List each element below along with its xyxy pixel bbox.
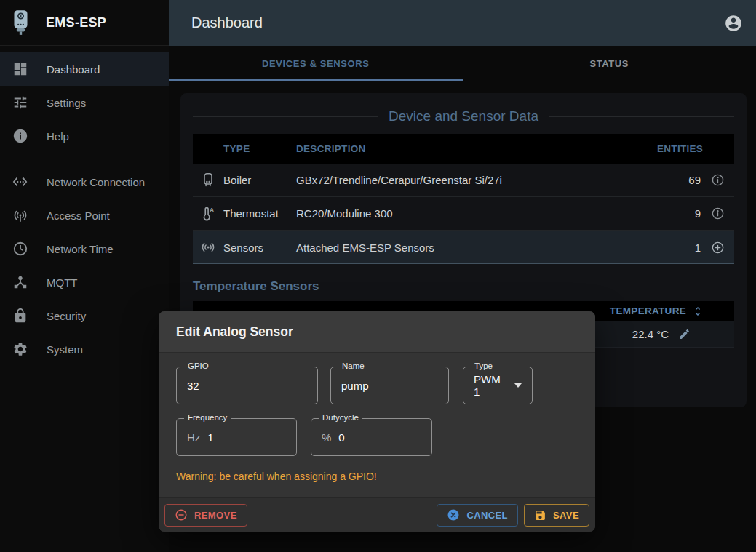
temperature-sensors-title: Temperature Sensors <box>193 279 734 294</box>
sidebar-item-dashboard[interactable]: Dashboard <box>0 52 169 86</box>
dutycycle-field-value: 0 <box>338 431 344 444</box>
device-description: RC20/Moduline 300 <box>296 207 657 220</box>
sidebar-item-label: Security <box>47 310 86 322</box>
dialog-header: Edit Analog Sensor <box>159 311 595 353</box>
sidebar-item-access-point[interactable]: Access Point <box>0 199 169 232</box>
pencil-icon[interactable] <box>678 328 691 340</box>
type-select-value: PWM 1 <box>474 373 505 398</box>
app-title: EMS-ESP <box>46 15 106 31</box>
device-type: Sensors <box>223 241 296 254</box>
device-hub-icon <box>12 273 29 291</box>
sidebar-item-label: Help <box>47 130 69 143</box>
tab-status[interactable]: STATUS <box>463 46 756 81</box>
device-table-header: TYPE DESCRIPTION ENTITIES <box>193 134 734 164</box>
gpio-field[interactable]: GPIO 32 <box>176 367 318 404</box>
field-row: Frequency Hz 1 Dutycycle % 0 <box>176 418 578 456</box>
sensors-icon <box>193 239 223 255</box>
frequency-field[interactable]: Frequency Hz 1 <box>176 418 297 456</box>
dashboard-icon <box>12 60 29 78</box>
ethernet-icon <box>12 173 29 191</box>
clock-icon <box>12 240 29 257</box>
sidebar-item-settings[interactable]: Settings <box>0 86 169 119</box>
cancel-button[interactable]: CANCEL <box>437 504 518 527</box>
save-button-label: SAVE <box>553 510 579 521</box>
dialog-footer: REMOVE CANCEL SAVE <box>159 497 595 532</box>
boiler-logo-icon <box>11 9 31 36</box>
device-table: TYPE DESCRIPTION ENTITIES Boiler GBx72/T… <box>193 134 734 264</box>
remove-button-label: REMOVE <box>194 510 237 521</box>
save-button[interactable]: SAVE <box>524 504 589 527</box>
frequency-field-value: 1 <box>207 431 213 444</box>
type-select[interactable]: Type PWM 1 <box>463 367 533 404</box>
dutycycle-field[interactable]: Dutycycle % 0 <box>311 418 432 456</box>
dutycycle-field-label: Dutycycle <box>319 413 362 422</box>
remove-circle-icon <box>175 508 188 521</box>
table-row-boiler[interactable]: Boiler GBx72/Trendline/Cerapur/Greenstar… <box>193 164 734 197</box>
name-field-value: pump <box>341 380 369 392</box>
name-field[interactable]: Name pump <box>330 367 449 404</box>
device-description: GBx72/Trendline/Cerapur/Greenstar Si/27i <box>296 174 657 186</box>
cancel-button-label: CANCEL <box>466 510 508 521</box>
water-heater-icon <box>193 172 223 188</box>
chevron-down-icon <box>514 383 522 388</box>
table-row-sensors[interactable]: Sensors Attached EMS-ESP Sensors 1 <box>193 231 734 264</box>
unfold-more-icon[interactable] <box>692 305 704 317</box>
edit-analog-sensor-dialog: Edit Analog Sensor GPIO 32 Name pump Typ… <box>159 311 595 532</box>
col-type-header: TYPE <box>223 143 296 154</box>
divider <box>549 116 734 117</box>
sidebar-item-security[interactable]: Security <box>0 299 169 332</box>
sidebar-item-label: MQTT <box>47 276 78 289</box>
sidebar-item-system[interactable]: System <box>0 332 169 366</box>
thermostat-icon: A <box>193 206 223 222</box>
sidebar-item-label: Access Point <box>47 209 110 222</box>
temperature-value: 22.4 °C <box>632 328 669 340</box>
section-header: Device and Sensor Data <box>180 93 747 124</box>
svg-text:A: A <box>210 207 214 213</box>
col-description-header: DESCRIPTION <box>296 143 657 154</box>
info-circle-icon[interactable] <box>701 207 734 220</box>
dutycycle-unit-prefix: % <box>322 431 331 444</box>
sidebar-item-mqtt[interactable]: MQTT <box>0 265 169 299</box>
sidebar-item-label: Dashboard <box>47 63 100 76</box>
type-select-label: Type <box>471 361 496 370</box>
section-title: Device and Sensor Data <box>389 108 538 124</box>
account-circle-icon[interactable] <box>724 14 743 33</box>
tune-icon <box>12 94 29 111</box>
sidebar-divider <box>0 159 169 159</box>
sidebar-menu: Dashboard Settings Help Network Connecti… <box>0 46 169 366</box>
dialog-body: GPIO 32 Name pump Type PWM 1 Frequency H… <box>159 353 595 497</box>
gpio-field-label: GPIO <box>184 361 212 370</box>
device-entities: 69 <box>657 174 701 186</box>
device-type: Thermostat <box>223 207 296 220</box>
device-entities: 1 <box>657 241 701 254</box>
page-title: Dashboard <box>191 15 263 31</box>
device-type: Boiler <box>223 174 296 186</box>
device-description: Attached EMS-ESP Sensors <box>296 241 657 254</box>
frequency-field-label: Frequency <box>184 413 231 422</box>
name-field-label: Name <box>338 361 368 370</box>
wifi-tethering-icon <box>12 207 29 224</box>
table-row-thermostat[interactable]: A Thermostat RC20/Moduline 300 9 <box>193 197 734 231</box>
add-circle-icon[interactable] <box>701 241 734 255</box>
sidebar-item-network-connection[interactable]: Network Connection <box>0 165 169 199</box>
field-row: GPIO 32 Name pump Type PWM 1 <box>176 367 578 404</box>
remove-button[interactable]: REMOVE <box>164 504 247 527</box>
dialog-title: Edit Analog Sensor <box>176 324 293 340</box>
col-temperature-header[interactable]: TEMPERATURE <box>610 305 686 316</box>
topbar: Dashboard <box>169 0 756 46</box>
info-circle-icon[interactable] <box>701 173 734 187</box>
lock-icon <box>12 307 29 324</box>
info-icon <box>12 127 29 145</box>
sidebar-item-help[interactable]: Help <box>0 119 169 153</box>
tab-devices-sensors[interactable]: DEVICES & SENSORS <box>169 46 463 81</box>
frequency-unit-prefix: Hz <box>187 431 200 444</box>
sidebar-item-label: Settings <box>47 97 86 109</box>
device-entities: 9 <box>657 207 701 220</box>
save-floppy-icon <box>534 509 546 521</box>
tab-label: DEVICES & SENSORS <box>262 58 369 69</box>
gpio-warning-text: Warning: be careful when assigning a GPI… <box>176 471 578 482</box>
tab-bar: DEVICES & SENSORS STATUS <box>169 46 756 81</box>
sidebar-item-network-time[interactable]: Network Time <box>0 232 169 265</box>
tab-label: STATUS <box>589 58 629 69</box>
gear-icon <box>12 340 29 358</box>
